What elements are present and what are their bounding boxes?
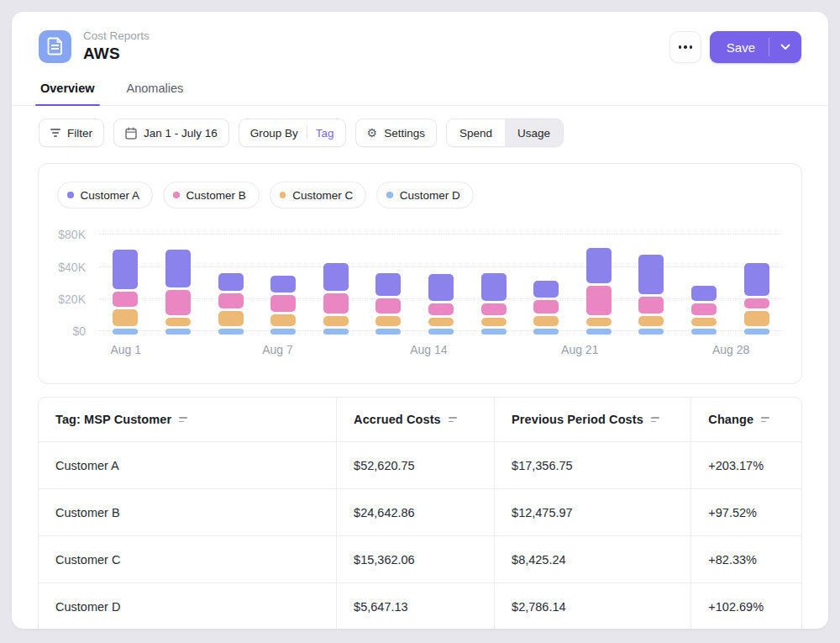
bar-segment-customer-a[interactable] (638, 255, 664, 294)
stacked-bar[interactable] (428, 274, 454, 335)
bar-segment-customer-d[interactable] (744, 329, 769, 335)
stacked-bar[interactable] (586, 248, 612, 335)
sort-icon[interactable] (761, 417, 769, 423)
save-split-button[interactable]: Save (710, 31, 801, 63)
bar-segment-customer-d[interactable] (533, 329, 559, 335)
page-title: AWS (83, 45, 150, 63)
bar-segment-customer-b[interactable] (744, 298, 769, 308)
bar-segment-customer-d[interactable] (375, 329, 401, 335)
legend-dot-icon (280, 192, 286, 198)
bar-segment-customer-c[interactable] (481, 318, 507, 326)
bar-segment-customer-c[interactable] (586, 318, 612, 326)
bar-segment-customer-b[interactable] (375, 298, 401, 314)
tab-anomalies[interactable]: Anomalies (125, 76, 186, 105)
bar-segment-customer-b[interactable] (113, 292, 138, 307)
date-range-button[interactable]: Jan 1 - July 16 (113, 119, 229, 147)
bar-segment-customer-a[interactable] (586, 248, 612, 282)
column-header[interactable]: Change (690, 398, 801, 441)
group-by-button[interactable]: Group By Tag (239, 119, 346, 147)
stacked-bar[interactable] (218, 273, 244, 335)
x-tick-label: Aug 7 (262, 343, 293, 356)
stacked-bar[interactable] (113, 250, 138, 335)
bar-segment-customer-c[interactable] (165, 318, 191, 326)
column-header-label: Change (708, 413, 753, 426)
segment-usage[interactable]: Usage (505, 119, 563, 146)
bar-segment-customer-a[interactable] (375, 273, 401, 296)
segment-spend[interactable]: Spend (447, 119, 505, 146)
filter-button[interactable]: Filter (39, 119, 104, 147)
stacked-bar[interactable] (375, 273, 401, 335)
legend-pill-customer-d[interactable]: Customer D (376, 182, 474, 208)
cost-chart-card: Customer ACustomer BCustomer CCustomer D… (38, 163, 802, 384)
stacked-bar[interactable] (744, 263, 769, 335)
bar-segment-customer-d[interactable] (586, 329, 612, 335)
stacked-bar[interactable] (270, 276, 296, 335)
legend-dot-icon (386, 192, 393, 198)
bar-segment-customer-d[interactable] (270, 329, 296, 335)
change-cell: +82.33% (690, 536, 801, 582)
bar-segment-customer-d[interactable] (113, 329, 138, 335)
bar-segment-customer-a[interactable] (218, 273, 244, 292)
bar-segment-customer-a[interactable] (691, 286, 717, 301)
bar-segment-customer-c[interactable] (218, 311, 244, 326)
bar-segment-customer-d[interactable] (165, 329, 191, 335)
stacked-bar[interactable] (165, 250, 191, 335)
bar-segment-customer-c[interactable] (323, 316, 349, 326)
legend-pill-customer-c[interactable]: Customer C (270, 182, 367, 208)
bar-segment-customer-b[interactable] (638, 297, 664, 314)
sort-icon[interactable] (449, 417, 457, 423)
settings-button[interactable]: ⚙ Settings (355, 119, 437, 147)
bar-segment-customer-a[interactable] (323, 263, 349, 291)
tab-bar: OverviewAnomalies (12, 76, 828, 106)
bar-segment-customer-c[interactable] (113, 309, 138, 326)
bar-segment-customer-d[interactable] (691, 329, 717, 335)
bar-segment-customer-b[interactable] (323, 293, 349, 314)
stacked-bar[interactable] (533, 281, 559, 335)
bar-segment-customer-b[interactable] (270, 295, 296, 312)
bar-segment-customer-c[interactable] (375, 316, 401, 326)
bar-segment-customer-c[interactable] (744, 311, 769, 326)
stacked-bar[interactable] (323, 263, 349, 335)
stacked-bar[interactable] (638, 255, 664, 335)
legend-dot-icon (173, 192, 180, 198)
bar-segment-customer-a[interactable] (533, 281, 559, 298)
column-header[interactable]: Accrued Costs (336, 398, 494, 441)
stacked-bar[interactable] (691, 286, 717, 335)
save-button[interactable]: Save (710, 31, 769, 63)
bar-segment-customer-b[interactable] (481, 303, 507, 315)
bar-segment-customer-a[interactable] (113, 250, 138, 289)
more-actions-button[interactable] (669, 31, 701, 63)
bar-segment-customer-c[interactable] (270, 314, 296, 326)
column-header[interactable]: Previous Period Costs (494, 398, 690, 441)
bar-segment-customer-d[interactable] (428, 329, 454, 335)
bar-segment-customer-a[interactable] (165, 250, 191, 287)
bar-segment-customer-c[interactable] (638, 316, 664, 326)
bar-segment-customer-c[interactable] (428, 318, 454, 326)
bar-segment-customer-d[interactable] (638, 329, 664, 335)
bar-segment-customer-b[interactable] (533, 300, 559, 314)
bar-segment-customer-c[interactable] (691, 318, 717, 326)
bar-segment-customer-a[interactable] (744, 263, 769, 296)
sort-icon[interactable] (179, 417, 187, 423)
column-header[interactable]: Tag: MSP Customer (39, 398, 336, 441)
tab-overview[interactable]: Overview (39, 76, 97, 105)
bar-segment-customer-a[interactable] (270, 276, 296, 293)
bar-segment-customer-b[interactable] (165, 290, 191, 314)
bar-segment-customer-b[interactable] (691, 303, 717, 315)
bar-segment-customer-b[interactable] (218, 293, 244, 308)
sort-icon[interactable] (651, 417, 659, 423)
y-tick-label: $80K (58, 228, 86, 241)
legend-label: Customer B (186, 189, 246, 202)
bar-segment-customer-a[interactable] (481, 273, 507, 301)
bar-segment-customer-c[interactable] (533, 316, 559, 326)
save-dropdown-button[interactable] (769, 31, 801, 63)
bar-segment-customer-d[interactable] (218, 329, 244, 335)
bar-segment-customer-d[interactable] (323, 329, 349, 335)
legend-pill-customer-a[interactable]: Customer A (57, 182, 153, 208)
legend-pill-customer-b[interactable]: Customer B (163, 182, 260, 208)
bar-segment-customer-d[interactable] (481, 329, 507, 335)
stacked-bar[interactable] (481, 273, 507, 335)
bar-segment-customer-b[interactable] (428, 303, 454, 315)
bar-segment-customer-a[interactable] (428, 274, 454, 300)
bar-segment-customer-b[interactable] (586, 286, 612, 315)
